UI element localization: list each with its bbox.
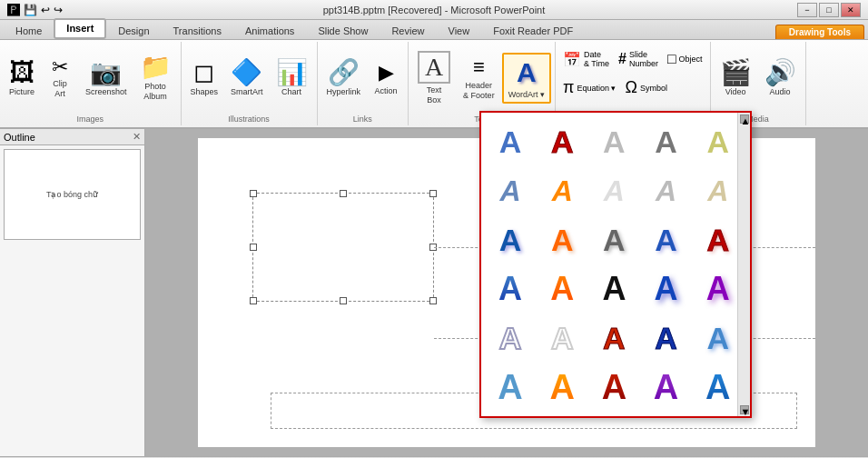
handle-top[interactable] [340,190,347,197]
clipart-button[interactable]: ✂ ClipArt [42,54,78,103]
handle-left[interactable] [250,244,257,251]
wordart-style-22[interactable]: A [538,314,586,362]
equation-button[interactable]: π Equation ▾ [559,75,619,100]
wordart-style-7[interactable]: A [538,167,586,214]
wordart-style-29[interactable]: A [643,363,690,411]
chart-button[interactable]: 📊 Chart [271,56,313,101]
wordart-style-28[interactable]: A [590,363,637,411]
picture-label: Picture [9,87,35,97]
wordart-style-16[interactable]: A [487,265,534,313]
wordart-style-20[interactable]: A [695,265,742,313]
handle-bottom[interactable] [340,297,347,304]
wordart-style-18[interactable]: A [590,265,637,313]
video-button[interactable]: 🎬 Video [715,56,757,101]
tab-view[interactable]: View [437,22,482,39]
wordart-style-12[interactable]: A [538,216,586,264]
wordart-style-23[interactable]: A [590,314,637,362]
tab-foxit[interactable]: Foxit Reader PDF [481,22,585,39]
wordart-style-13[interactable]: A [590,216,637,264]
wordart-style-27[interactable]: A [538,363,586,411]
wordart-button[interactable]: A WordArt ▾ [502,53,551,105]
wordart-style-8[interactable]: A [590,167,637,214]
ribbon-group-media-items: 🎬 Video 🔊 Audio [715,44,802,113]
action-label: Action [375,86,398,96]
wordart-scrollbar[interactable]: ▲ ▼ [737,113,750,416]
ribbon-group-links-items: 🔗 Hyperlink ▶ Action [321,44,405,113]
wordart-style-3[interactable]: A [590,118,637,165]
tab-slideshow[interactable]: Slide Show [306,22,380,39]
ribbon-group-illustrations: ◻ Shapes 🔷 SmartArt 📊 Chart Illustration… [182,42,318,125]
audio-button[interactable]: 🔊 Audio [759,56,802,101]
handle-tl[interactable] [250,190,257,197]
wordart-style-24[interactable]: A [643,314,690,362]
wordart-style-6[interactable]: A [487,167,534,214]
tab-insert[interactable]: Insert [54,18,106,39]
wordart-style-4[interactable]: A [643,118,690,165]
outline-label: Outline [4,132,35,143]
hyperlink-button[interactable]: 🔗 Hyperlink [321,56,367,101]
quick-access-redo[interactable]: ↪ [54,4,63,16]
chart-label: Chart [281,87,301,97]
shapes-button[interactable]: ◻ Shapes [185,56,224,101]
screenshot-label: Screenshot [85,87,127,97]
ribbon-group-images-items: 🖼 Picture ✂ ClipArt 📷 Screenshot 📁 Photo… [4,44,177,113]
header-footer-button[interactable]: ≡ Header& Footer [458,52,500,105]
app-icon: 🅿 [7,3,20,17]
drawing-tools-tab[interactable]: Drawing Tools [775,25,864,39]
wordart-style-11[interactable]: A [487,216,534,264]
tab-home[interactable]: Home [4,22,54,39]
textbox-button[interactable]: A TextBox [412,47,456,109]
hyperlink-icon: 🔗 [328,60,360,85]
wordart-style-26[interactable]: A [487,363,534,411]
action-button[interactable]: ▶ Action [368,57,404,100]
tab-animations[interactable]: Animations [233,22,306,39]
object-button[interactable]: □ Object [664,47,706,71]
video-label: Video [725,87,746,97]
handle-bl[interactable] [250,297,257,304]
handle-tr[interactable] [429,190,437,197]
clipart-icon: ✂ [52,57,68,77]
datetime-button[interactable]: 📅 Date& Time [559,47,613,71]
wordart-style-5[interactable]: A [695,118,742,165]
tab-transitions[interactable]: Transitions [162,22,233,39]
scrollbar-down[interactable]: ▼ [740,405,749,414]
slidenumber-button[interactable]: # SlideNumber [615,47,662,71]
wordart-style-2[interactable]: A [538,118,586,165]
smartart-button[interactable]: 🔷 SmartArt [225,56,269,101]
wordart-style-30[interactable]: A [695,363,742,411]
wordart-style-17[interactable]: A [538,265,586,313]
smartart-icon: 🔷 [231,60,262,85]
maximize-button[interactable]: □ [819,3,839,17]
outline-panel: Outline ✕ Tạo bóng chữ [0,129,145,456]
hyperlink-label: Hyperlink [327,87,361,97]
images-group-label: Images [77,114,104,124]
close-button[interactable]: ✕ [841,3,861,17]
video-icon: 🎬 [720,60,752,85]
quick-access-undo[interactable]: ↩ [41,4,50,16]
outline-close-button[interactable]: ✕ [133,131,141,143]
wordart-style-10[interactable]: A [695,167,742,214]
wordart-style-25[interactable]: A [695,314,742,362]
wordart-style-19[interactable]: A [643,265,690,313]
slide-thumbnail[interactable]: Tạo bóng chữ [4,149,141,240]
tab-design[interactable]: Design [106,22,161,39]
quick-access-save[interactable]: 💾 [24,4,37,16]
shapes-icon: ◻ [193,60,214,85]
handle-br[interactable] [429,297,437,304]
symbol-button[interactable]: Ω Symbol [621,75,670,100]
photoalbum-button[interactable]: 📁 PhotoAlbum [134,51,177,105]
wordart-style-1[interactable]: A [487,118,534,165]
screenshot-button[interactable]: 📷 Screenshot [80,56,133,101]
links-group-label: Links [353,114,372,124]
object-icon: □ [667,51,676,67]
wordart-style-21[interactable]: A [487,314,534,362]
wordart-style-14[interactable]: A [643,216,690,264]
tab-review[interactable]: Review [380,22,436,39]
picture-button[interactable]: 🖼 Picture [4,56,40,101]
minimize-button[interactable]: − [797,3,817,17]
ribbon-group-text-items: A TextBox ≡ Header& Footer A WordArt ▾ [412,44,551,113]
wordart-style-9[interactable]: A [643,167,690,214]
wordart-style-15[interactable]: A [695,216,742,264]
scrollbar-up[interactable]: ▲ [740,114,749,124]
ribbon-group-links: 🔗 Hyperlink ▶ Action Links [318,42,409,125]
